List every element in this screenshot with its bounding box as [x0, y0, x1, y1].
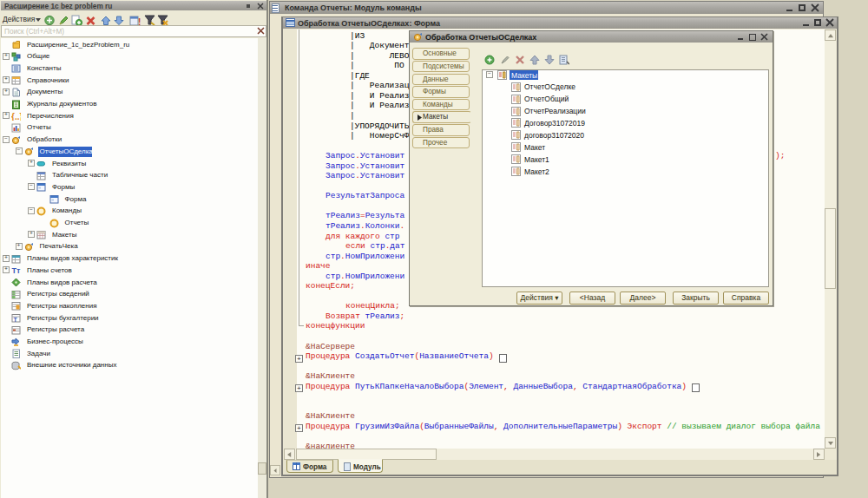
svg-text:Tт: Tт [12, 266, 21, 275]
svg-text:{..}: {..} [11, 112, 21, 121]
svg-text:T: T [14, 317, 18, 323]
